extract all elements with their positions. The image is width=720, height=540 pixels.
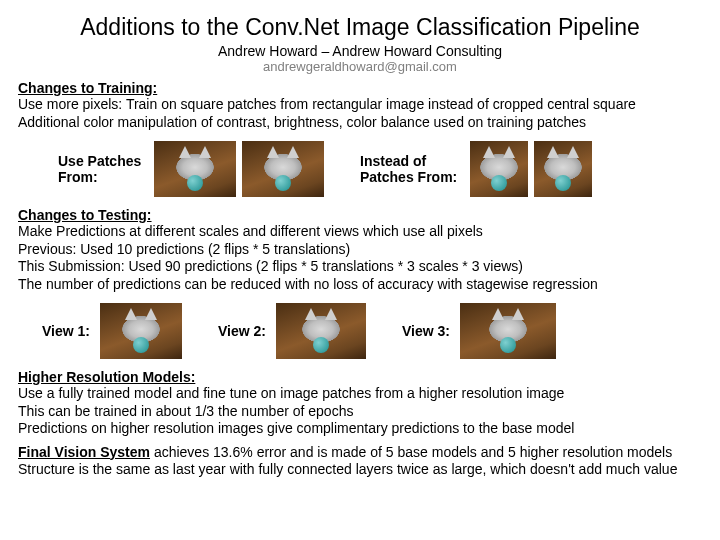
training-line: Use more pixels: Train on square patches… <box>18 96 702 114</box>
testing-heading: Changes to Testing: <box>18 207 702 223</box>
training-section: Changes to Training: Use more pixels: Tr… <box>18 80 702 131</box>
patches-from-caption: Use Patches From: <box>54 153 148 185</box>
testing-line: Make Predictions at different scales and… <box>18 223 702 241</box>
view-image <box>460 303 556 359</box>
views-row: View 1: View 2: View 3: <box>18 303 702 359</box>
final-line2: Structure is the same as last year with … <box>18 461 702 479</box>
author-line: Andrew Howard – Andrew Howard Consulting <box>18 43 702 59</box>
patch-image <box>470 141 528 197</box>
view-image <box>100 303 182 359</box>
testing-section: Changes to Testing: Make Predictions at … <box>18 207 702 293</box>
training-heading: Changes to Training: <box>18 80 702 96</box>
patch-image <box>154 141 236 197</box>
hires-heading: Higher Resolution Models: <box>18 369 702 385</box>
view-image <box>276 303 366 359</box>
final-lead: Final Vision System <box>18 444 150 460</box>
view3-caption: View 3: <box>398 323 454 339</box>
view2-caption: View 2: <box>214 323 270 339</box>
hires-line: Predictions on higher resolution images … <box>18 420 702 438</box>
testing-line: Previous: Used 10 predictions (2 flips *… <box>18 241 702 259</box>
hires-line: This can be trained in about 1/3 the num… <box>18 403 702 421</box>
view1-caption: View 1: <box>38 323 94 339</box>
author-email: andrewgeraldhoward@gmail.com <box>18 59 702 74</box>
patches-row: Use Patches From: Instead of Patches Fro… <box>18 141 702 197</box>
training-line: Additional color manipulation of contras… <box>18 114 702 132</box>
final-rest: achieves 13.6% error and is made of 5 ba… <box>150 444 672 460</box>
page-title: Additions to the Conv.Net Image Classifi… <box>18 14 702 41</box>
final-line1: Final Vision System achieves 13.6% error… <box>18 444 702 462</box>
testing-line: This Submission: Used 90 predictions (2 … <box>18 258 702 276</box>
final-section: Final Vision System achieves 13.6% error… <box>18 444 702 479</box>
hires-section: Higher Resolution Models: Use a fully tr… <box>18 369 702 438</box>
patches-instead-caption: Instead of Patches From: <box>356 153 464 185</box>
hires-line: Use a fully trained model and fine tune … <box>18 385 702 403</box>
patch-image <box>242 141 324 197</box>
testing-line: The number of predictions can be reduced… <box>18 276 702 294</box>
patch-image <box>534 141 592 197</box>
